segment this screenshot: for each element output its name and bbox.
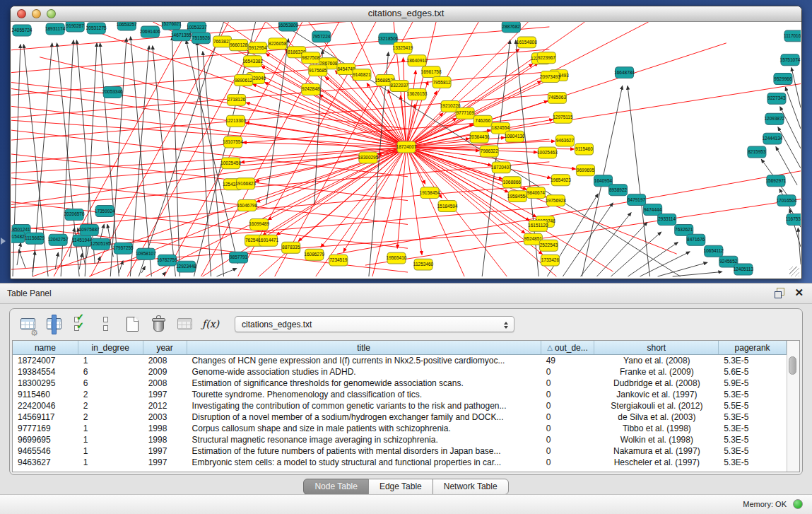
table-row[interactable]: 946554611997Estimation of the future num… [13, 445, 787, 457]
table-cell: 2003 [143, 411, 187, 423]
float-panel-icon[interactable] [775, 288, 784, 298]
table-source-value: citations_edges.txt [242, 320, 312, 329]
svg-text:17016504: 17016504 [777, 198, 797, 203]
citation-network-graph: 2405572418931174919028720531275106532572… [11, 22, 801, 278]
svg-text:10025463: 10025463 [537, 150, 558, 155]
table-cell: 2009 [143, 366, 187, 378]
svg-text:16046798: 16046798 [237, 203, 257, 208]
table-row[interactable]: 946362711997Embryonic stem cells: a mode… [13, 457, 787, 468]
table-cell: 0 [541, 434, 595, 445]
delete-table-icon[interactable] [148, 313, 169, 335]
table-cell: 5.5E-5 [719, 400, 787, 411]
deselect-rows-icon[interactable] [95, 313, 117, 335]
table-cell: 9115460 [13, 389, 78, 400]
svg-text:12042757: 12042757 [48, 237, 69, 242]
table-body: 1872400712008Changes of HCN gene express… [13, 355, 787, 472]
svg-text:9857791: 9857791 [230, 255, 248, 259]
table-cell: Genome-wide association studies in ADHD. [187, 366, 541, 378]
table-row[interactable]: 2242004622012Investigating the contribut… [13, 400, 787, 411]
svg-text:19166823: 19166823 [235, 181, 256, 186]
column-header-out_de[interactable]: △out_de... [541, 341, 595, 354]
svg-text:12505195: 12505195 [90, 241, 111, 246]
table-cell: 6 [78, 366, 143, 378]
table-cell: Stergiakouli et al. (2012) [595, 400, 719, 411]
table-cell: 18300295 [13, 378, 78, 389]
svg-text:19584554: 19584554 [507, 194, 528, 199]
svg-text:11156829: 11156829 [25, 235, 45, 240]
svg-text:3915482: 3915482 [11, 234, 25, 239]
table-cell: Estimation of the future numbers of pati… [187, 445, 541, 457]
table-row[interactable]: 969969511998Structural magnetic resonanc… [13, 434, 787, 445]
minimize-window-button[interactable] [32, 9, 41, 18]
table-settings-icon[interactable]: ⚙ [17, 313, 38, 335]
table-cell: 2 [78, 400, 143, 411]
svg-text:8471676: 8471676 [687, 237, 705, 242]
close-panel-icon[interactable]: ✕ [794, 288, 804, 298]
table-row[interactable]: 977716911998Corpus callosum shape and si… [13, 423, 787, 434]
table-cell: 1 [78, 423, 143, 434]
svg-text:20973493: 20973493 [540, 74, 560, 79]
column-label: title [357, 343, 370, 353]
network-canvas[interactable]: 2405572418931174919028720531275106532572… [11, 22, 801, 278]
column-header-pagerank[interactable]: pagerank [719, 341, 787, 354]
select-columns-icon[interactable] [43, 313, 64, 335]
table-cell: 2 [78, 389, 143, 400]
select-all-rows-icon[interactable]: ✓✓ [69, 313, 90, 335]
column-header-title[interactable]: title [187, 341, 541, 354]
window-resize-grip[interactable] [789, 267, 799, 276]
column-label: in_degree [92, 343, 129, 353]
svg-text:17359924: 17359924 [95, 209, 115, 214]
table-cell: Hescheler et al. (1997) [595, 457, 719, 468]
table-row[interactable]: 1456911722003Disruption of a novel membe… [13, 411, 787, 423]
svg-text:11451944: 11451944 [72, 238, 93, 243]
table-cell: 19384554 [13, 366, 78, 378]
table-cell: Embryonic stem cells: a model to study s… [187, 457, 541, 468]
svg-text:7632621: 7632621 [675, 227, 693, 232]
column-header-in_degree[interactable]: in_degree [78, 341, 143, 354]
column-header-short[interactable]: short [594, 341, 719, 354]
svg-text:20691406: 20691406 [140, 29, 160, 34]
function-builder-icon[interactable]: ƒ(x) [200, 313, 221, 335]
table-row[interactable]: 911546021997Tourette syndrome. Phenomeno… [13, 389, 787, 400]
table-cell: Tourette syndrome. Phenomenology and cla… [187, 389, 541, 400]
svg-text:10654112: 10654112 [704, 248, 724, 253]
table-row[interactable]: 1938455462009Genome-wide association stu… [13, 366, 787, 378]
svg-text:7234519: 7234519 [329, 257, 348, 262]
column-header-name[interactable]: name [13, 341, 78, 354]
svg-text:19756928: 19756928 [546, 198, 566, 203]
table-cell: 0 [541, 378, 595, 389]
combo-arrows-icon [504, 320, 508, 331]
table-vertical-scrollbar[interactable] [787, 341, 799, 472]
memory-status-led[interactable] [793, 499, 803, 509]
svg-text:9699695: 9699695 [577, 168, 595, 173]
table-tabs: Node TableEdge TableNetwork Table [0, 479, 812, 495]
zoom-window-button[interactable] [47, 9, 56, 18]
table-row[interactable]: 1830029562008Estimation of significance … [13, 378, 787, 389]
svg-text:19158454: 19158454 [420, 190, 440, 195]
svg-text:11253460: 11253460 [413, 262, 434, 267]
column-header-year[interactable]: year [143, 341, 187, 354]
window-titlebar[interactable]: citations_edges.txt [11, 6, 801, 22]
new-table-icon[interactable] [122, 313, 143, 335]
panel-collapse-arrow[interactable] [1, 238, 9, 245]
table-cell: Estimation of significance thresholds fo… [187, 378, 541, 389]
tab-edge-table[interactable]: Edge Table [368, 479, 433, 495]
svg-text:9524851: 9524851 [524, 236, 543, 241]
table-cell: 1997 [143, 445, 187, 457]
close-window-button[interactable] [17, 9, 26, 18]
table-row[interactable]: 1872400712008Changes of HCN gene express… [13, 355, 787, 366]
table-cell: 22420046 [13, 400, 78, 411]
svg-text:5912954: 5912954 [249, 45, 267, 50]
tab-node-table[interactable]: Node Table [303, 479, 369, 495]
scrollbar-thumb[interactable] [789, 356, 796, 375]
tab-network-table[interactable]: Network Table [433, 479, 509, 495]
table-cell: 1 [78, 355, 143, 366]
svg-text:10975887: 10975887 [79, 227, 100, 232]
svg-text:14671355: 14671355 [171, 33, 192, 37]
table-source-select[interactable]: citations_edges.txt [235, 316, 514, 332]
svg-text:8938922: 8938922 [609, 187, 628, 192]
svg-text:18640910: 18640910 [407, 58, 428, 63]
svg-text:10053237: 10053237 [187, 25, 207, 30]
svg-text:1640954: 1640954 [594, 178, 613, 183]
import-table-icon[interactable] [174, 313, 195, 335]
